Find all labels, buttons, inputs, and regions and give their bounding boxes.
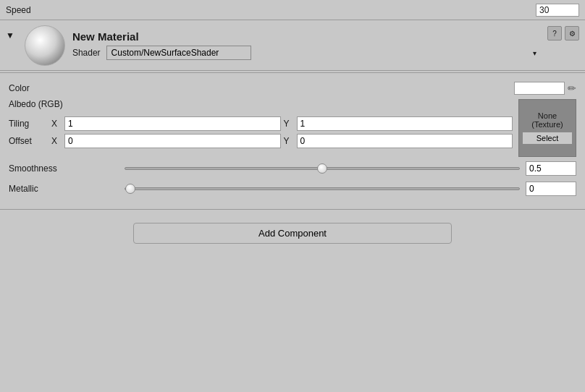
tiling-x-label: X (51, 119, 62, 129)
material-info: New Material Shader Custom/NewSurfaceSha… (72, 30, 540, 60)
material-header: ▼ New Material Shader Custom/NewSurfaceS… (0, 20, 585, 71)
divider-top (0, 72, 585, 73)
help-icon: ? (552, 30, 557, 38)
add-component-section: Add Component (0, 211, 585, 250)
smoothness-value-input[interactable] (526, 161, 576, 176)
shader-dropdown-wrapper: Custom/NewSurfaceShader (106, 46, 540, 60)
settings-icon-btn[interactable]: ⚙ (565, 26, 579, 41)
smoothness-slider-track (125, 167, 520, 170)
albedo-row: Albedo (RGB) Tiling X Y Offset X Y None (9, 99, 576, 157)
divider-bottom (0, 209, 585, 210)
header-icons: ? ⚙ (547, 25, 579, 66)
metallic-slider-track (125, 187, 520, 190)
speed-label: Speed (6, 5, 31, 15)
smoothness-label: Smoothness (9, 163, 125, 174)
shader-label: Shader (72, 48, 101, 58)
help-icon-btn[interactable]: ? (547, 26, 562, 41)
speed-value[interactable]: 30 (536, 4, 579, 17)
color-row: Color ✏ (9, 80, 576, 96)
color-swatch[interactable] (514, 82, 565, 95)
offset-y-label: Y (284, 136, 294, 146)
tiling-label: Tiling (9, 119, 49, 129)
color-label: Color (9, 83, 261, 93)
settings-icon: ⚙ (569, 30, 576, 38)
offset-row: Offset X Y (9, 134, 513, 148)
topbar: Speed 30 (0, 0, 585, 20)
tiling-row: Tiling X Y (9, 116, 513, 131)
material-name: New Material (72, 30, 540, 43)
material-preview-sphere (25, 25, 65, 66)
metallic-slider-container[interactable] (125, 182, 520, 195)
metallic-label: Metallic (9, 184, 125, 194)
albedo-label: Albedo (RGB) (9, 99, 513, 109)
metallic-slider-thumb[interactable] (125, 184, 135, 194)
smoothness-row: Smoothness (9, 161, 576, 176)
shader-dropdown[interactable]: Custom/NewSurfaceShader (106, 46, 251, 60)
offset-x-input[interactable] (64, 134, 281, 148)
texture-box: None (Texture) Select (518, 99, 576, 157)
smoothness-slider-thumb[interactable] (317, 163, 327, 174)
shader-row: Shader Custom/NewSurfaceShader (72, 46, 540, 60)
offset-label: Offset (9, 136, 49, 146)
offset-y-input[interactable] (297, 134, 513, 148)
texture-none-label: None (Texture) (531, 111, 563, 129)
collapse-arrow-icon[interactable]: ▼ (6, 30, 14, 41)
color-edit-icon[interactable]: ✏ (568, 82, 576, 94)
add-component-button[interactable]: Add Component (133, 223, 452, 244)
metallic-value-input[interactable] (526, 182, 576, 196)
properties-panel: Color ✏ Albedo (RGB) Tiling X Y Offset X… (0, 74, 585, 208)
tiling-x-input[interactable] (64, 116, 281, 131)
tiling-y-input[interactable] (297, 116, 513, 131)
metallic-row: Metallic (9, 182, 576, 196)
texture-select-button[interactable]: Select (522, 132, 573, 145)
offset-x-label: X (51, 136, 62, 146)
tiling-y-label: Y (284, 119, 294, 129)
smoothness-slider-container[interactable] (125, 162, 520, 175)
